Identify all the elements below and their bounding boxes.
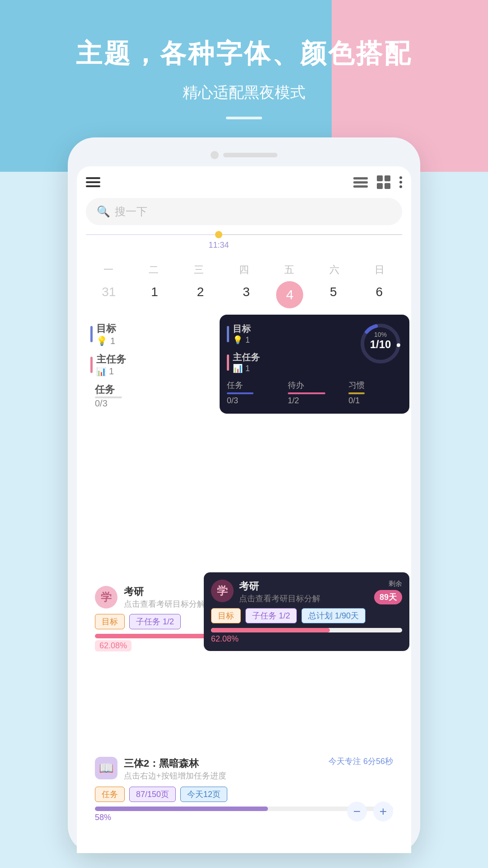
sub-task: 任务 0/3 [227,380,281,406]
book-avatar: 📖 [95,757,117,779]
weekday-thu: 四 [228,263,260,277]
maintask-count-dark: 1 [245,364,250,373]
weekday-sat: 六 [319,263,350,277]
date-2[interactable]: 2 [185,281,216,308]
today-focus: 今天专注 6分56秒 [328,756,393,767]
search-icon: 🔍 [97,205,110,218]
date-4-today[interactable]: 4 [276,281,303,308]
study-desc-light: 点击查看考研目标分解 [124,599,205,609]
date-31[interactable]: 31 [93,281,125,308]
date-6[interactable]: 6 [363,281,395,308]
progress-circle: 10% 1/10 [358,321,403,368]
maintask-count-light: 1 [109,366,114,377]
goal-bulb-icon: 💡 [96,335,108,346]
menu-button[interactable] [86,177,100,187]
sub-todo-bar [288,392,325,394]
maintask-bar-dark [227,354,229,371]
study-progress-fill-dark [211,628,330,632]
phone-mockup: 🔍 搜一下 11:34 一 二 三 四 五 六 日 [68,137,420,853]
remaining-label: 剩余 [389,580,402,588]
progress-val-text: 1/10 [358,338,403,351]
header-icons [353,175,402,189]
timeline-container: 11:34 [86,234,402,250]
book-card[interactable]: 📖 三体2：黑暗森林 点击右边+按钮增加任务进度 今天专注 6分56秒 任务 8… [86,749,402,844]
study-section: 学 考研 点击查看考研目标分解 目标 子任务 1/2 62.08% [86,577,402,667]
book-tag1: 任务 [95,787,125,802]
sub-todo: 待办 1/2 [288,380,342,406]
hero-subtitle: 精心适配黑夜模式 [183,82,305,103]
book-tags: 任务 87/150页 今天12页 [95,787,393,802]
increment-button[interactable]: + [373,802,393,821]
weekday-mon: 一 [93,263,124,277]
maintask-bar-light [90,357,93,373]
study-card-header-dark: 学 考研 点击查看考研目标分解 剩余 89天 [211,580,402,604]
tag-subtask-light: 子任务 1/2 [129,614,181,629]
book-tag3: 今天12页 [180,787,227,802]
goal-bar-light [90,326,93,342]
study-progress-label-dark: 62.08% [211,634,239,643]
maintask-label-dark: 主任务 [233,351,260,363]
study-progress-label-light: 62.08% [95,640,131,651]
sub-habit-label: 习惯 [348,380,402,391]
date-1[interactable]: 1 [139,281,170,308]
counter-buttons: − + [347,802,393,821]
study-avatar-dark: 学 [211,580,234,602]
hero-divider [226,117,262,119]
grid-view-icon[interactable] [377,175,390,189]
timeline-time: 11:34 [208,241,229,250]
goal-count-dark: 1 [245,335,250,345]
sub-habit-bar [348,392,365,394]
weekday-tue: 二 [138,263,169,277]
remaining-section: 剩余 89天 [374,580,402,604]
hero-title: 主题，各种字体、颜色搭配 [76,36,412,71]
phone-camera [211,151,219,159]
sub-todo-val: 1/2 [288,396,342,406]
goal-bar-dark [227,326,229,342]
date-5[interactable]: 5 [318,281,349,308]
remaining-days: 89天 [374,590,402,604]
sub-habit-val: 0/1 [348,396,402,406]
book-desc: 点击右边+按钮增加任务进度 [124,770,393,781]
sub-stats-row: 任务 0/3 待办 1/2 习惯 0/1 [227,380,402,406]
decrement-button[interactable]: − [347,802,367,821]
study-title-dark: 考研 [239,580,369,593]
focus-label: 今天专注 6分56秒 [328,757,393,766]
chart-icon-dark: 📊 [233,363,243,373]
goal-bulb-icon-dark: 💡 [233,335,243,345]
book-progress-fill [95,807,268,811]
maintask-label-light: 主任务 [96,353,126,366]
sub-todo-label: 待办 [288,380,342,391]
phone-speaker [223,153,277,157]
date-3[interactable]: 3 [230,281,262,308]
tag-goal-light: 目标 [95,614,125,629]
weekday-fri: 五 [273,263,305,277]
goal-label-dark: 目标 [233,323,251,335]
more-options-icon[interactable] [399,176,402,188]
goal-count-light: 1 [110,336,115,346]
book-tag2: 87/150页 [129,787,176,802]
app-content: 🔍 搜一下 11:34 一 二 三 四 五 六 日 [77,166,411,853]
app-header [86,175,402,189]
tag-subtask-dark: 子任务 1/2 [245,608,297,623]
study-card-dark[interactable]: 学 考研 点击查看考研目标分解 剩余 89天 目标 子任务 1/2 [204,572,409,651]
sub-task-val: 0/3 [227,396,281,406]
study-title-light: 考研 [124,585,205,599]
study-progress-bar-dark [211,628,402,632]
week-dates-row: 31 1 2 3 4 5 6 [86,281,402,308]
week-days-row: 一 二 三 四 五 六 日 [86,263,402,277]
goal-label-light: 目标 [96,322,116,335]
tag-goal-dark: 目标 [211,608,241,623]
timeline-line [86,234,402,235]
list-view-icon[interactable] [353,177,368,188]
stats-dark: 目标 💡 1 主任务 📊 [220,315,409,414]
tag-plan-dark: 总计划 1/90天 [301,608,366,623]
study-avatar-light: 学 [95,586,117,609]
study-tags-dark: 目标 子任务 1/2 总计划 1/90天 [211,608,402,623]
sub-task-label: 任务 [227,380,281,391]
search-bar[interactable]: 🔍 搜一下 [86,198,402,225]
stats-section: 目标 💡 1 主任务 📊 [86,315,402,459]
study-desc-dark: 点击查看考研目标分解 [239,593,369,604]
progress-pct-text: 10% [358,331,403,338]
sub-habit: 习惯 0/1 [348,380,402,406]
search-placeholder: 搜一下 [115,204,147,219]
